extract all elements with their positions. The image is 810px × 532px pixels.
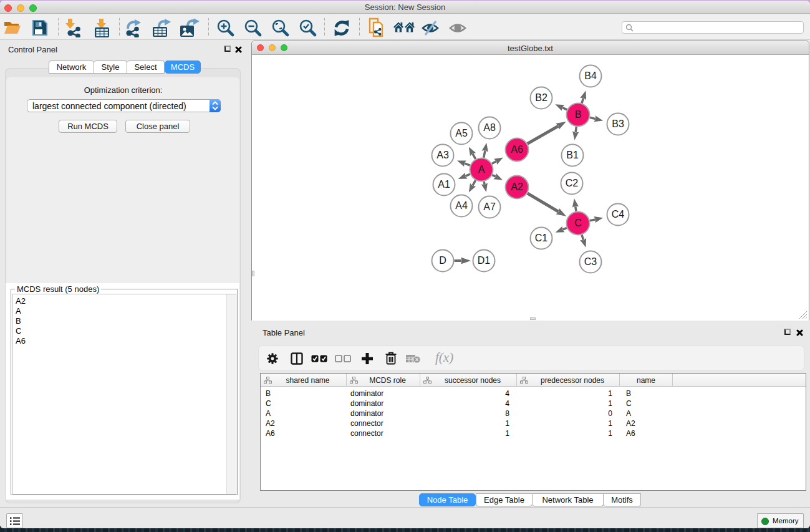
svg-text:A: A — [478, 164, 485, 175]
svg-text:A6: A6 — [511, 144, 523, 155]
svg-text:D1: D1 — [478, 255, 491, 266]
svg-text:A3: A3 — [436, 150, 449, 160]
svg-text:C: C — [574, 218, 582, 228]
svg-text:B3: B3 — [612, 118, 624, 129]
svg-text:A5: A5 — [455, 128, 468, 138]
svg-text:A4: A4 — [455, 200, 468, 211]
svg-text:D: D — [439, 255, 446, 266]
svg-text:B: B — [575, 109, 582, 120]
svg-text:A2: A2 — [511, 181, 523, 192]
svg-text:B1: B1 — [566, 150, 579, 160]
svg-text:C3: C3 — [584, 256, 597, 267]
svg-text:C1: C1 — [535, 233, 548, 243]
svg-text:C4: C4 — [612, 209, 625, 220]
svg-text:B2: B2 — [535, 92, 547, 103]
svg-text:A1: A1 — [438, 179, 450, 190]
svg-text:B4: B4 — [584, 70, 597, 81]
svg-text:C2: C2 — [566, 178, 579, 188]
svg-text:A8: A8 — [483, 122, 496, 133]
svg-text:A7: A7 — [483, 201, 496, 212]
